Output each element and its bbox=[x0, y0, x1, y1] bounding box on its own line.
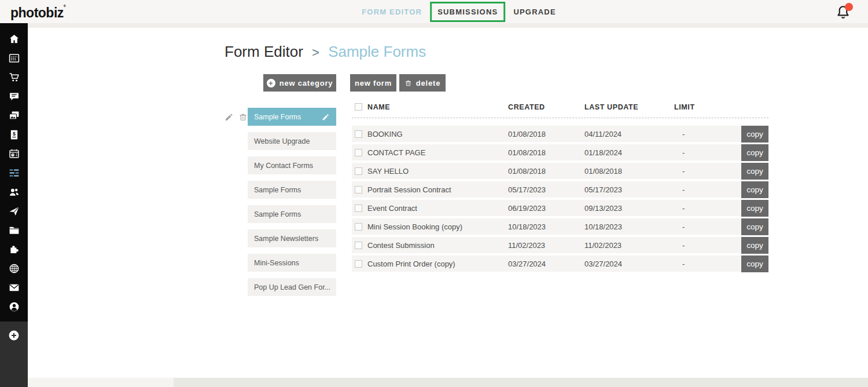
category-item[interactable]: Pop Up Lead Gen For... bbox=[248, 278, 336, 296]
svg-text:$: $ bbox=[13, 131, 16, 137]
sidebar-item-email[interactable] bbox=[0, 278, 28, 297]
sidebar-item-domains[interactable] bbox=[0, 259, 28, 278]
copy-button[interactable]: copy bbox=[741, 218, 768, 235]
sidebar-item-clients[interactable] bbox=[0, 182, 28, 202]
sidebar-item-account[interactable] bbox=[0, 297, 28, 316]
category-item[interactable]: Website Upgrade bbox=[248, 132, 336, 150]
main-sidebar: $ bbox=[0, 23, 28, 387]
photos-icon bbox=[8, 109, 20, 122]
form-last-update: 11/02/2023 bbox=[584, 241, 674, 250]
row-checkbox[interactable] bbox=[355, 260, 362, 268]
form-last-update: 04/11/2024 bbox=[584, 130, 674, 138]
form-last-update: 01/08/2018 bbox=[584, 167, 674, 176]
user-icon bbox=[8, 301, 20, 313]
top-navigation-bar: photobiz° FORM EDITOR SUBMISSIONS UPGRAD… bbox=[0, 0, 868, 23]
forms-icon bbox=[8, 167, 20, 179]
tab-upgrade[interactable]: UPGRADE bbox=[513, 8, 556, 16]
category-list: Sample Forms Website Upgrade My Contact … bbox=[248, 108, 336, 302]
row-checkbox[interactable] bbox=[355, 186, 362, 194]
table-row[interactable]: Contest Submission 11/02/2023 11/02/2023… bbox=[352, 237, 768, 253]
category-label: Sample Newsletters bbox=[254, 235, 318, 243]
globe-icon bbox=[8, 262, 20, 275]
edit-category-pencil-icon[interactable] bbox=[225, 112, 234, 122]
pencil-icon[interactable] bbox=[322, 113, 330, 121]
sidebar-item-files[interactable] bbox=[0, 221, 28, 240]
tab-form-editor[interactable]: FORM EDITOR bbox=[362, 8, 422, 16]
copy-button[interactable]: copy bbox=[741, 181, 768, 198]
row-checkbox[interactable] bbox=[355, 242, 362, 249]
form-created: 10/18/2023 bbox=[508, 222, 584, 231]
row-checkbox[interactable] bbox=[355, 223, 362, 231]
category-label: Mini-Sessions bbox=[254, 259, 299, 267]
form-limit: - bbox=[674, 222, 730, 231]
category-item[interactable]: Sample Newsletters bbox=[248, 229, 336, 247]
table-row[interactable]: Mini Session Booking (copy) 10/18/2023 1… bbox=[352, 218, 768, 235]
tab-submissions[interactable]: SUBMISSIONS bbox=[437, 8, 498, 16]
folder-icon bbox=[8, 224, 20, 236]
select-all-checkbox[interactable] bbox=[355, 103, 362, 111]
row-checkbox[interactable] bbox=[355, 205, 362, 212]
new-form-button[interactable]: new form bbox=[350, 74, 396, 92]
breadcrumb-section[interactable]: Form Editor bbox=[225, 43, 303, 60]
row-checkbox[interactable] bbox=[355, 130, 362, 138]
delete-category-trash-icon[interactable] bbox=[238, 112, 248, 122]
sidebar-item-portfolio[interactable] bbox=[0, 106, 28, 125]
sidebar-item-website[interactable] bbox=[0, 49, 28, 68]
category-item[interactable]: Sample Forms bbox=[248, 205, 336, 223]
form-last-update: 01/18/2024 bbox=[584, 148, 674, 157]
notifications-button[interactable] bbox=[834, 3, 852, 21]
sidebar-item-messages[interactable] bbox=[0, 87, 28, 106]
new-category-button[interactable]: + new category bbox=[263, 74, 336, 92]
sidebar-item-marketing[interactable] bbox=[0, 202, 28, 221]
main-content: Form Editor > Sample Forms + new categor… bbox=[28, 28, 868, 378]
puzzle-icon bbox=[8, 243, 20, 255]
calendar-icon bbox=[8, 148, 20, 160]
copy-button[interactable]: copy bbox=[741, 163, 768, 180]
form-created: 05/17/2023 bbox=[508, 185, 584, 194]
bottom-strip-left bbox=[28, 378, 174, 387]
photobiz-app: photobiz° FORM EDITOR SUBMISSIONS UPGRAD… bbox=[0, 0, 868, 387]
copy-button[interactable]: copy bbox=[741, 255, 768, 272]
category-item[interactable]: Mini-Sessions bbox=[248, 254, 336, 272]
row-checkbox[interactable] bbox=[355, 149, 362, 156]
notification-badge bbox=[845, 3, 853, 11]
table-row[interactable]: Custom Print Order (copy) 03/27/2024 03/… bbox=[352, 255, 768, 272]
table-row[interactable]: Event Contract 06/19/2023 09/13/2023 - c… bbox=[352, 200, 768, 216]
invoice-icon: $ bbox=[8, 129, 20, 141]
copy-button[interactable]: copy bbox=[741, 126, 768, 143]
header-last-update: LAST UPDATE bbox=[584, 103, 674, 111]
category-tools bbox=[225, 112, 248, 122]
copy-button[interactable]: copy bbox=[741, 237, 768, 254]
table-row[interactable]: SAY HELLO 01/08/2018 01/08/2018 - copy bbox=[352, 163, 768, 179]
sidebar-item-integrations[interactable] bbox=[0, 240, 28, 259]
sidebar-item-invoices[interactable]: $ bbox=[0, 125, 28, 144]
category-label: Pop Up Lead Gen For... bbox=[254, 283, 330, 291]
category-item[interactable]: My Contact Forms bbox=[248, 156, 336, 174]
row-checkbox[interactable] bbox=[355, 167, 362, 175]
form-limit: - bbox=[674, 148, 730, 157]
table-row[interactable]: Portrait Session Contract 05/17/2023 05/… bbox=[352, 181, 768, 198]
photobiz-logo[interactable]: photobiz° bbox=[10, 4, 65, 21]
table-header: NAME CREATED LAST UPDATE LIMIT bbox=[352, 100, 768, 118]
table-row[interactable]: BOOKING 01/08/2018 04/11/2024 - copy bbox=[352, 126, 768, 142]
category-label: Sample Forms bbox=[254, 210, 301, 218]
category-item[interactable]: Sample Forms bbox=[248, 181, 336, 199]
sidebar-nav: $ bbox=[0, 23, 28, 322]
copy-button[interactable]: copy bbox=[741, 144, 768, 161]
submissions-highlight-annotation: SUBMISSIONS bbox=[430, 2, 505, 22]
delete-button[interactable]: delete bbox=[399, 74, 446, 92]
sidebar-item-add-new[interactable] bbox=[0, 329, 28, 342]
copy-button[interactable]: copy bbox=[741, 200, 768, 217]
category-item-selected[interactable]: Sample Forms bbox=[248, 108, 336, 126]
form-limit: - bbox=[674, 185, 730, 194]
form-name: SAY HELLO bbox=[367, 167, 508, 176]
sidebar-item-forms-active[interactable] bbox=[0, 163, 28, 182]
sidebar-item-store[interactable] bbox=[0, 68, 28, 87]
table-row[interactable]: CONTACT PAGE 01/08/2018 01/18/2024 - cop… bbox=[352, 144, 768, 160]
header-name: NAME bbox=[367, 103, 508, 111]
sidebar-item-scheduler[interactable] bbox=[0, 144, 28, 163]
sidebar-item-home[interactable] bbox=[0, 30, 28, 49]
chat-icon bbox=[8, 90, 20, 103]
form-name: Portrait Session Contract bbox=[367, 185, 508, 194]
form-created: 01/08/2018 bbox=[508, 130, 584, 138]
